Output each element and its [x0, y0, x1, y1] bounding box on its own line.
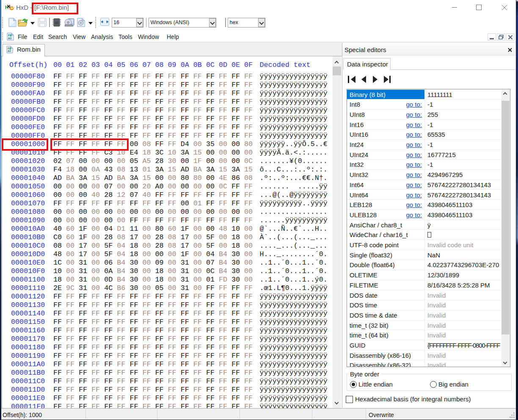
svg-text:AO: AO [8, 50, 11, 53]
svg-text:AO: AO [8, 37, 11, 40]
